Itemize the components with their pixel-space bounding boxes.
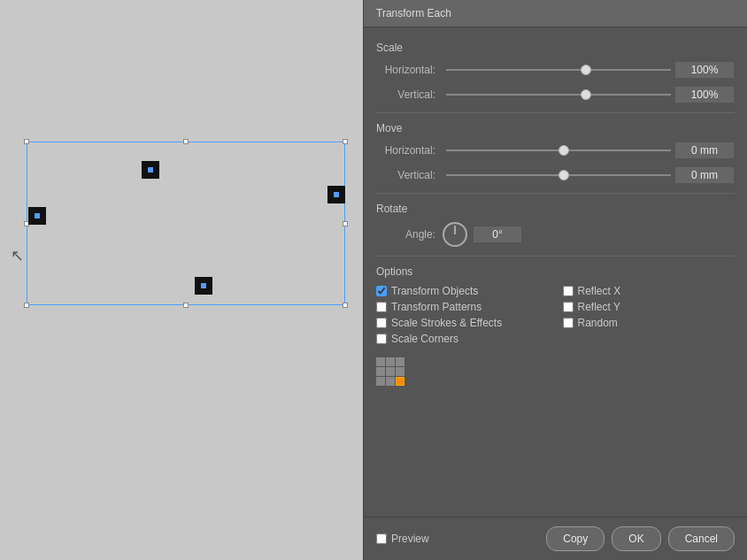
scale-vertical-input[interactable]: [674, 86, 735, 104]
object-3[interactable]: [28, 207, 46, 225]
scale-vertical-label: Vertical:: [376, 88, 443, 101]
checkbox-transform-objects[interactable]: Transform Objects: [376, 285, 549, 297]
move-horizontal-slider[interactable]: [446, 150, 671, 151]
object-2[interactable]: [327, 186, 345, 203]
scale-horizontal-slider[interactable]: [446, 69, 671, 71]
preview-label: Preview: [391, 533, 429, 545]
checkbox-scale-strokes[interactable]: Scale Strokes & Effects: [376, 317, 549, 329]
move-section-label: Move: [376, 122, 735, 134]
transform-each-panel: Transform Each Scale Horizontal: Vertica…: [363, 0, 747, 560]
preview-checkbox-row[interactable]: Preview: [376, 533, 429, 545]
move-horizontal-input[interactable]: [674, 142, 735, 159]
preview-checkbox[interactable]: [376, 533, 387, 544]
rotate-angle-input[interactable]: [473, 226, 522, 243]
rotate-section-label: Rotate: [376, 203, 735, 215]
handle-tl[interactable]: [24, 139, 29, 144]
scale-horizontal-input[interactable]: [674, 61, 735, 79]
move-horizontal-label: Horizontal:: [376, 144, 443, 157]
rotate-dial[interactable]: [443, 222, 467, 247]
handle-bm[interactable]: [183, 303, 189, 308]
options-grid: Transform Objects Reflect X Transform Pa…: [376, 285, 735, 345]
checkbox-reflect-x[interactable]: Reflect X: [563, 285, 735, 297]
grid-pt-mm[interactable]: [386, 367, 395, 376]
divider-3: [376, 256, 735, 257]
rotate-row: Angle:: [376, 222, 735, 247]
divider-2: [376, 193, 735, 194]
cursor-arrow: ↖: [11, 248, 24, 264]
handle-mr[interactable]: [343, 221, 348, 226]
checkbox-scale-corners[interactable]: Scale Corners: [376, 333, 549, 345]
selection-box: [27, 142, 345, 305]
copy-button[interactable]: Copy: [546, 526, 605, 551]
rotate-angle-label: Angle:: [376, 228, 443, 241]
divider-1: [376, 112, 735, 113]
panel-title: Transform Each: [364, 0, 747, 27]
handle-br[interactable]: [343, 303, 348, 308]
scale-vertical-slider[interactable]: [446, 94, 671, 96]
panel-footer: Preview Copy OK Cancel: [364, 517, 747, 560]
checkbox-transform-patterns[interactable]: Transform Patterns: [376, 301, 549, 313]
grid-pt-ml[interactable]: [376, 367, 385, 376]
grid-pt-tm[interactable]: [386, 357, 395, 366]
checkbox-random[interactable]: Random: [563, 317, 735, 329]
move-horizontal-row: Horizontal:: [376, 142, 735, 159]
handle-bl[interactable]: [24, 303, 29, 308]
grid-pt-tl[interactable]: [376, 357, 385, 366]
object-4[interactable]: [195, 277, 212, 295]
canvas-area: ↖: [0, 0, 363, 560]
handle-tr[interactable]: [343, 139, 348, 144]
checkbox-reflect-y[interactable]: Reflect Y: [563, 301, 735, 313]
scale-section-label: Scale: [376, 42, 735, 54]
canvas-content: [27, 142, 345, 305]
scale-vertical-row: Vertical:: [376, 86, 735, 104]
object-1[interactable]: [142, 161, 159, 179]
grid-pt-bl[interactable]: [376, 377, 385, 386]
options-section-label: Options: [376, 265, 735, 278]
move-vertical-row: Vertical:: [376, 166, 735, 184]
grid-pt-tr[interactable]: [396, 357, 404, 366]
grid-pt-bm[interactable]: [386, 377, 395, 386]
move-vertical-label: Vertical:: [376, 169, 443, 181]
scale-horizontal-label: Horizontal:: [376, 64, 443, 76]
scale-horizontal-row: Horizontal:: [376, 61, 735, 79]
grid-pt-br[interactable]: [396, 377, 404, 386]
panel-body: Scale Horizontal: Vertical: Move Horizon…: [364, 27, 747, 517]
transform-origin-grid[interactable]: [376, 357, 735, 386]
grid-pt-mr[interactable]: [396, 367, 404, 376]
move-vertical-input[interactable]: [674, 166, 735, 184]
cancel-button[interactable]: Cancel: [668, 526, 735, 551]
ok-button[interactable]: OK: [612, 526, 660, 551]
handle-tm[interactable]: [183, 139, 189, 144]
move-vertical-slider[interactable]: [446, 174, 671, 176]
